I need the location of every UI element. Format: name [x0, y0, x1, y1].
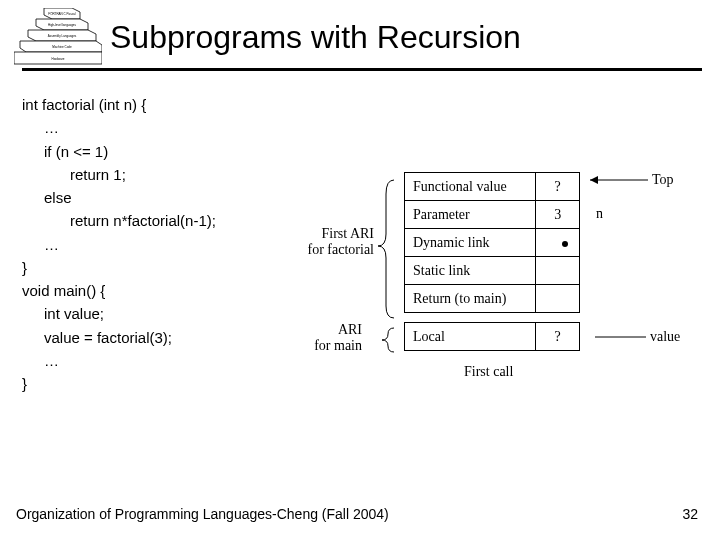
svg-text:FORTRAN  C  Pascal: FORTRAN C Pascal	[48, 12, 76, 16]
cell: Return (to main)	[405, 285, 536, 313]
cell: Static link	[405, 257, 536, 285]
svg-text:Assembly Languages: Assembly Languages	[48, 34, 77, 38]
slide-title: Subprograms with Recursion	[110, 19, 521, 56]
table-spacer	[405, 313, 580, 323]
cell: Dynamic link	[405, 229, 536, 257]
svg-text:Machine Code: Machine Code	[52, 45, 72, 49]
cell: Local	[405, 323, 536, 351]
n-label: n	[596, 206, 603, 222]
cell: Functional value	[405, 173, 536, 201]
ari-main-label: ARI for main	[288, 322, 362, 354]
cell: Parameter	[405, 201, 536, 229]
cell	[536, 285, 580, 313]
code-line: int factorial (int n) {	[22, 93, 720, 116]
cell	[536, 257, 580, 285]
footer-text: Organization of Programming Languages-Ch…	[16, 506, 389, 522]
svg-marker-11	[590, 176, 598, 184]
stack-table: Functional value ? Parameter 3 Dynamic l…	[404, 172, 580, 351]
table-row: Functional value ?	[405, 173, 580, 201]
cell: ?	[536, 173, 580, 201]
cell: ?	[536, 323, 580, 351]
value-label: value	[650, 329, 680, 345]
table-row: Dynamic link	[405, 229, 580, 257]
first-ari-label: First ARI for factorial	[288, 226, 374, 258]
hierarchy-logo: FORTRAN C Pascal High-level languages As…	[14, 8, 102, 66]
svg-text:Hardware: Hardware	[51, 57, 64, 61]
code-line: …	[22, 116, 720, 139]
cell	[536, 229, 580, 257]
cell: 3	[536, 201, 580, 229]
svg-text:High-level languages: High-level languages	[48, 23, 77, 27]
slide-header: FORTRAN C Pascal High-level languages As…	[0, 0, 720, 66]
caption: First call	[464, 364, 513, 380]
table-row: Parameter 3	[405, 201, 580, 229]
table-row: Return (to main)	[405, 285, 580, 313]
table-row: Static link	[405, 257, 580, 285]
page-number: 32	[682, 506, 698, 522]
top-label: Top	[652, 172, 674, 188]
table-row: Local ?	[405, 323, 580, 351]
